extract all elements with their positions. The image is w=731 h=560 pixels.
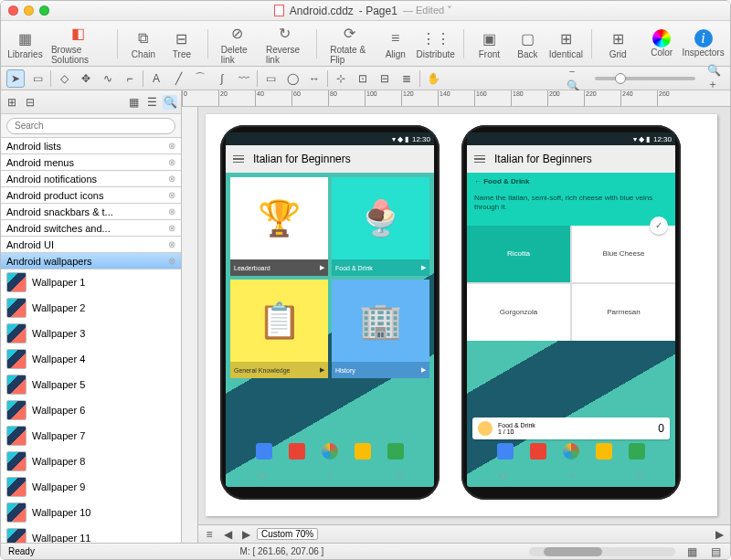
hand-tool-icon[interactable]: ✋ [424,69,442,88]
bezier-tool-icon[interactable]: 〰 [235,69,253,88]
answer-option[interactable]: Gorgonzola [467,284,570,341]
browse-solutions-button[interactable]: ◧Browse Solutions [48,21,108,67]
zoom-slider[interactable] [595,77,695,80]
ellipse-icon[interactable]: ◯ [283,69,302,88]
back-icon[interactable]: ◁ [498,470,505,481]
home-icon[interactable]: ○ [327,470,334,481]
phone-mockup-right[interactable]: ▾ ◆ ▮ 12:30 Italian for Beginners ← Food… [461,125,681,500]
hamburger-icon[interactable] [474,155,485,164]
group-tool-icon[interactable]: ⊡ [354,69,372,88]
grid-button[interactable]: ⊞Grid [601,26,634,61]
library-item-list[interactable]: Wallpaper 1Wallpaper 2Wallpaper 3Wallpap… [1,269,181,543]
dock-app-icon[interactable] [497,443,514,460]
dock-app-icon[interactable] [322,443,338,460]
dock-app-icon[interactable] [563,443,579,460]
category-item[interactable]: Android wallpapers⊗ [1,253,181,269]
hamburger-icon[interactable] [233,155,244,164]
dock-app-icon[interactable] [355,443,371,460]
library-item[interactable]: Wallpaper 4 [1,346,181,372]
dock-app-icon[interactable] [387,443,404,460]
inspectors-button[interactable]: iInspectors [683,27,723,59]
front-button[interactable]: ▣Front [472,26,505,61]
chain-button[interactable]: ⧉Chain [127,26,160,61]
shape-tool-icon[interactable]: ◇ [55,69,73,88]
view-mode-2-icon[interactable]: ▤ [708,544,723,559]
pointer-tool-icon[interactable]: ➤ [6,69,25,88]
close-icon[interactable]: ⊗ [168,206,175,217]
search-toggle-icon[interactable]: 🔍 [163,95,177,110]
status-scrollbar[interactable] [529,547,675,556]
distribute-button[interactable]: ⋮⋮Distribute [418,26,454,61]
dock-app-icon[interactable] [596,443,612,460]
category-item[interactable]: Android snackbars & t...⊗ [1,204,181,220]
zoom-in-icon[interactable]: 🔍＋ [706,69,725,88]
card-leaderboard[interactable]: 🏆Leaderboard▶ [230,177,328,276]
check-fab-icon[interactable]: ✓ [650,217,668,235]
view-grid-icon[interactable]: ▦ [126,95,141,110]
dock-app-icon[interactable] [289,443,305,460]
quiz-header[interactable]: ← Food & Drink [467,173,675,190]
panel-hide-icon[interactable]: ⊟ [23,95,37,110]
page-surface[interactable]: ▾ ◆ ▮ 12:30 Italian for Beginners 🏆Leade… [206,114,717,516]
close-icon[interactable]: ⊗ [168,141,175,151]
category-item[interactable]: Android menus⊗ [1,154,181,171]
category-item[interactable]: Android UI⊗ [1,237,181,253]
panel-toggle-icon[interactable]: ⊞ [5,95,19,110]
canvas-viewport[interactable]: ▾ ◆ ▮ 12:30 Italian for Beginners 🏆Leade… [198,107,730,524]
view-list-icon[interactable]: ☰ [144,95,159,110]
answer-option[interactable]: Parmesan [572,284,675,341]
line-tool-icon[interactable]: ╱ [169,69,187,88]
rect-tool-icon[interactable]: ▭ [28,69,47,88]
category-item[interactable]: Android notifications⊗ [1,171,181,187]
scroll-right-icon[interactable]: ▶ [712,527,726,542]
close-icon[interactable]: ⊗ [168,223,175,233]
phone-mockup-left[interactable]: ▾ ◆ ▮ 12:30 Italian for Beginners 🏆Leade… [220,125,440,500]
close-window-icon[interactable] [8,5,18,16]
recents-icon[interactable]: □ [397,470,403,481]
card-food-drink[interactable]: 🍨Food & Drink▶ [332,177,429,276]
close-icon[interactable]: ⊗ [168,174,175,184]
connector-tool-icon[interactable]: ⌐ [121,69,139,88]
close-icon[interactable]: ⊗ [168,239,175,249]
home-icon[interactable]: ○ [568,470,575,481]
category-item[interactable]: Android lists⊗ [1,138,181,154]
snap-tool-icon[interactable]: ⊹ [332,69,350,88]
library-item[interactable]: Wallpaper 7 [1,423,181,449]
arrow-icon[interactable]: ↔ [305,69,323,88]
text-tool-icon[interactable]: A [147,69,165,88]
identical-button[interactable]: ⊞Identical [549,26,582,61]
recents-icon[interactable]: □ [638,470,644,481]
category-item[interactable]: Android switches and...⊗ [1,220,181,237]
close-icon[interactable]: ⊗ [168,190,175,200]
node-tool-icon[interactable]: ✥ [77,69,95,88]
close-icon[interactable]: ⊗ [168,256,175,266]
library-item[interactable]: Wallpaper 8 [1,449,181,474]
dock-app-icon[interactable] [256,443,272,460]
arc-tool-icon[interactable]: ⌒ [191,69,209,88]
library-item[interactable]: Wallpaper 6 [1,397,181,423]
ungroup-tool-icon[interactable]: ⊟ [376,69,394,88]
answer-option[interactable]: Ricotta [467,226,570,282]
spline-tool-icon[interactable]: ∫ [213,69,231,88]
page-next-icon[interactable]: ▶ [238,527,253,542]
library-item[interactable]: Wallpaper 11 [1,525,181,543]
align-button[interactable]: ≡Align [379,26,412,61]
tree-button[interactable]: ⊟Tree [165,26,198,61]
page-first-icon[interactable]: ◀ [220,527,235,542]
library-item[interactable]: Wallpaper 5 [1,372,181,397]
rotate-flip-button[interactable]: ⟳Rotate & Flip [326,21,374,67]
close-icon[interactable]: ⊗ [168,157,175,167]
back-button[interactable]: ▢Back [511,26,544,61]
path-tool-icon[interactable]: ∿ [99,69,117,88]
libraries-button[interactable]: ▦Libraries [8,26,42,61]
zoom-level-select[interactable]: Custom 70% [257,528,318,540]
library-item[interactable]: Wallpaper 2 [1,295,181,321]
library-search-input[interactable] [6,118,175,134]
reverse-link-button[interactable]: ↻Reverse link [262,21,308,67]
zoom-window-icon[interactable] [39,5,49,16]
library-item[interactable]: Wallpaper 10 [1,500,181,525]
library-item[interactable]: Wallpaper 1 [1,269,181,295]
page-prev-icon[interactable]: ≡ [202,527,217,542]
rectangle-icon[interactable]: ▭ [261,69,280,88]
dock-app-icon[interactable] [629,443,645,460]
